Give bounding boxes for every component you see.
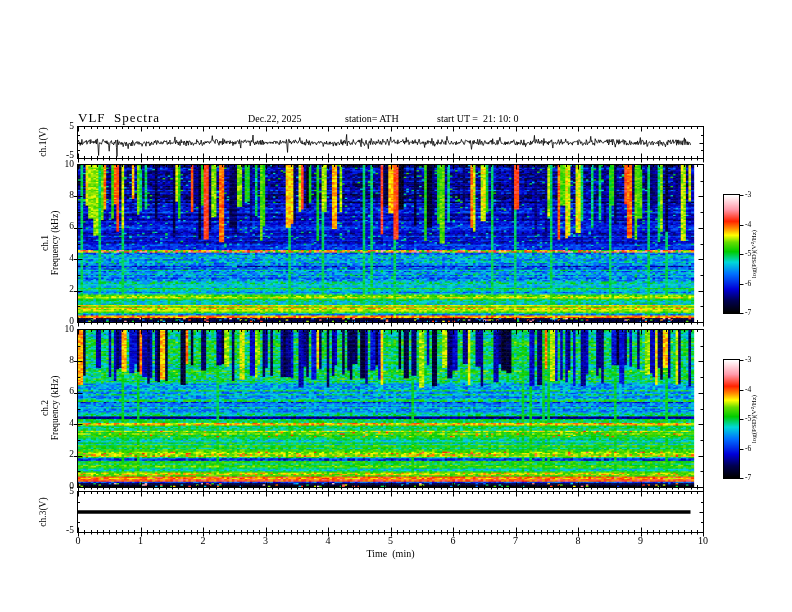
ch3-wave-ytick-bottom: -5	[56, 526, 74, 536]
ch2-spec-ytick-label: 0	[50, 482, 74, 492]
ch2-spec-ytick-label: 6	[50, 387, 74, 397]
header-station: station= ATH	[345, 114, 399, 125]
ch2-spec-ytick-label: 2	[50, 450, 74, 460]
ch1-wave-ylabel: ch.1(V)	[39, 127, 49, 156]
x-tick-label: 0	[67, 536, 89, 547]
header-start-ut: start UT = 21: 10: 0	[437, 114, 519, 125]
colorbar-ch1-tick-label: -7	[745, 309, 751, 317]
colorbar-ch2-tick-label: -4	[745, 386, 751, 394]
colorbar-ch2-tick-label: -7	[745, 474, 751, 482]
colorbar-ch2-tick-label: -6	[745, 445, 751, 453]
ch3-wave-ylabel: ch.3(V)	[39, 497, 49, 526]
ch1-spec-ytick-label: 10	[50, 160, 74, 170]
colorbar-ch1-label: log(PSD)(V²/Hz)	[751, 230, 758, 278]
colorbar-ch1-tick-label: -3	[745, 191, 751, 199]
x-tick-label: 6	[442, 536, 464, 547]
ch1-spec-ytick-label: 8	[50, 191, 74, 201]
ch2-spec-ylabel-line2: Frequency (kHz)	[50, 376, 60, 441]
colorbar-ch1-tick-label: -6	[745, 280, 751, 288]
ch1-spec-ylabel: ch.1 Frequency (kHz)	[40, 211, 60, 276]
x-tick-label: 1	[130, 536, 152, 547]
ch1-spec-ytick-label: 6	[50, 222, 74, 232]
ch1-spec-ylabel-line1: ch.1	[40, 211, 50, 276]
x-axis-label: Time (min)	[78, 549, 703, 560]
ch2-spec-ytick-label: 10	[50, 325, 74, 335]
colorbar-ch2-tick-label: -5	[745, 415, 751, 423]
x-tick-label: 2	[192, 536, 214, 547]
colorbar-ch1-tick-label: -5	[745, 250, 751, 258]
x-tick-label: 8	[567, 536, 589, 547]
x-tick-label: 10	[692, 536, 714, 547]
ch2-spec-ytick-label: 4	[50, 419, 74, 429]
ch1-spec-ytick-label: 4	[50, 254, 74, 264]
colorbar-ch2-tick-label: -3	[745, 356, 751, 364]
header-date: Dec.22, 2025	[248, 114, 302, 125]
ch1-wave-ytick-top: 5	[56, 122, 74, 132]
x-tick-label: 7	[505, 536, 527, 547]
axes-ticks-canvas	[0, 0, 792, 612]
vlf-spectra-figure: VLF Spectra Dec.22, 2025 station= ATH st…	[0, 0, 792, 612]
x-tick-label: 9	[630, 536, 652, 547]
ch2-spec-ylabel-line1: ch.2	[40, 376, 50, 441]
ch1-spec-ylabel-line2: Frequency (kHz)	[50, 211, 60, 276]
colorbar-ch2-label: log(PSD)(V²/Hz)	[751, 395, 758, 443]
x-tick-label: 5	[380, 536, 402, 547]
colorbar-ch1-tick-label: -4	[745, 221, 751, 229]
ch1-spec-ytick-label: 2	[50, 285, 74, 295]
ch2-spec-ytick-label: 8	[50, 356, 74, 366]
x-tick-label: 4	[317, 536, 339, 547]
ch2-spec-ylabel: ch.2 Frequency (kHz)	[40, 376, 60, 441]
x-tick-label: 3	[255, 536, 277, 547]
page-title: VLF Spectra	[78, 111, 160, 125]
